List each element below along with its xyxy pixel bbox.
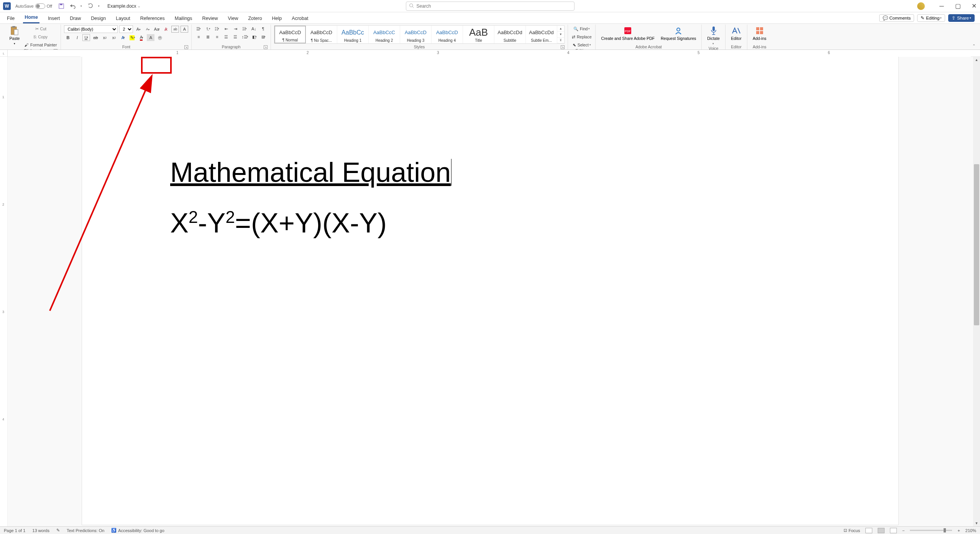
increase-font-button[interactable]: A▴ — [135, 26, 142, 33]
enclose-characters-button[interactable]: ㊕ — [156, 34, 164, 41]
font-size-select[interactable]: 28 — [119, 25, 133, 33]
dialog-launcher-icon[interactable]: ↘ — [184, 45, 188, 49]
zoom-in-button[interactable]: + — [957, 528, 960, 533]
highlight-button[interactable]: ✎▾ — [128, 34, 136, 41]
increase-indent-button[interactable]: ⇥ — [231, 25, 239, 32]
request-signatures-button[interactable]: Request Signatures — [658, 25, 698, 41]
vertical-scrollbar[interactable]: ▲ ▼ — [973, 57, 980, 526]
decrease-indent-button[interactable]: ⇤ — [222, 25, 230, 32]
toggle-icon[interactable] — [35, 3, 45, 9]
editor-button[interactable]: Editor — [729, 25, 744, 41]
create-share-pdf-button[interactable]: PDF Create and Share Adobe PDF — [599, 25, 657, 41]
qat-customize-icon[interactable]: ▾ — [98, 5, 100, 8]
page-count[interactable]: Page 1 of 1 — [4, 528, 25, 533]
style-up-icon[interactable]: ▲ — [557, 26, 564, 31]
undo-button[interactable] — [70, 3, 76, 9]
style-item[interactable]: AaBbCcHeading 1 — [337, 26, 369, 43]
spellcheck-icon[interactable]: ✎ — [56, 528, 60, 533]
bold-button[interactable]: B — [64, 34, 72, 41]
style-item[interactable]: AaBbCcCHeading 2 — [369, 26, 400, 43]
align-center-button[interactable]: ≣ — [204, 33, 212, 40]
dialog-launcher-icon[interactable]: ↘ — [264, 45, 268, 49]
find-button[interactable]: 🔍Find▾ — [571, 25, 593, 32]
multilevel-list-button[interactable]: ☷▾ — [213, 25, 221, 32]
zoom-knob[interactable] — [944, 528, 946, 532]
align-right-button[interactable]: ≡ — [213, 33, 221, 40]
tab-home[interactable]: Home — [23, 12, 39, 23]
select-button[interactable]: ⬉Select▾ — [571, 41, 593, 48]
zoom-out-button[interactable]: − — [902, 528, 904, 533]
zoom-level[interactable]: 210% — [965, 528, 976, 533]
scroll-down-icon[interactable]: ▼ — [973, 520, 980, 526]
style-item[interactable]: AaBbCcD¶ No Spac... — [306, 26, 337, 43]
justify-button[interactable]: ☰ — [222, 33, 230, 40]
redo-button[interactable] — [87, 3, 94, 9]
copy-button[interactable]: ⎘Copy — [24, 33, 57, 40]
document-title[interactable]: Example.docx ⌵ — [107, 3, 140, 9]
replace-button[interactable]: ⇄Replace — [571, 33, 593, 40]
italic-button[interactable]: I — [73, 34, 81, 41]
scroll-thumb[interactable] — [974, 164, 979, 325]
page-scroll[interactable]: Mathematical Equation X2-Y2=(X+Y)(X-Y) — [8, 57, 980, 526]
align-left-button[interactable]: ≡ — [195, 33, 202, 40]
style-item[interactable]: AaBbCcD¶ Normal — [274, 26, 306, 43]
page[interactable]: Mathematical Equation X2-Y2=(X+Y)(X-Y) — [82, 57, 898, 525]
save-button[interactable] — [58, 3, 64, 9]
decrease-font-button[interactable]: A▾ — [144, 26, 151, 33]
subscript-button[interactable]: x2 — [101, 34, 108, 41]
tab-design[interactable]: Design — [89, 13, 107, 23]
tab-insert[interactable]: Insert — [46, 13, 61, 23]
tab-review[interactable]: Review — [201, 13, 220, 23]
tab-help[interactable]: Help — [271, 13, 284, 23]
clear-formatting-button[interactable]: A̷ — [162, 26, 170, 33]
word-count[interactable]: 13 words — [32, 528, 49, 533]
tab-layout[interactable]: Layout — [114, 13, 132, 23]
zoom-slider[interactable] — [910, 530, 952, 531]
document-heading[interactable]: Mathematical Equation — [170, 157, 451, 188]
paste-button[interactable]: Paste▾ — [7, 25, 22, 46]
asian-layout-button[interactable]: ☵▾ — [241, 25, 248, 32]
numbering-button[interactable]: ⒈▾ — [204, 25, 212, 32]
search-input[interactable] — [417, 3, 571, 9]
distributed-button[interactable]: ☰ — [231, 33, 239, 40]
tab-zotero[interactable]: Zotero — [246, 13, 263, 23]
share-button[interactable]: ⇪Share▾ — [948, 14, 975, 22]
text-predictions[interactable]: Text Predictions: On — [67, 528, 104, 533]
dictate-button[interactable]: Dictate▾ — [705, 25, 722, 46]
collapse-ribbon-icon[interactable]: ⌃ — [972, 44, 975, 48]
sort-button[interactable]: A↓ — [250, 25, 258, 32]
tab-mailings[interactable]: Mailings — [173, 13, 194, 23]
tab-file[interactable]: File — [5, 13, 16, 23]
character-border-button[interactable]: A — [181, 26, 188, 33]
style-gallery[interactable]: AaBbCcD¶ NormalAaBbCcD¶ No Spac...AaBbCc… — [274, 25, 565, 44]
undo-dropdown-icon[interactable]: ▾ — [80, 5, 82, 8]
tab-view[interactable]: View — [227, 13, 240, 23]
maximize-button[interactable]: ▢ — [955, 3, 961, 9]
show-marks-button[interactable]: ¶ — [259, 25, 267, 32]
style-more-icon[interactable]: ⊻ — [557, 38, 564, 43]
phonetic-guide-button[interactable]: ab — [171, 26, 179, 33]
change-case-button[interactable]: Aa▾ — [153, 26, 161, 33]
style-item[interactable]: AaBbCcDdSubtitle — [494, 26, 526, 43]
superscript-button[interactable]: x2 — [110, 34, 118, 41]
tab-acrobat[interactable]: Acrobat — [290, 13, 310, 23]
user-avatar[interactable] — [917, 2, 925, 10]
style-down-icon[interactable]: ▼ — [557, 31, 564, 37]
format-painter-button[interactable]: 🖌Format Painter — [24, 41, 57, 48]
font-name-select[interactable]: Calibri (Body) — [64, 25, 118, 33]
style-item[interactable]: AaBTitle — [463, 26, 494, 43]
scroll-up-icon[interactable]: ▲ — [973, 57, 980, 63]
editing-mode-button[interactable]: ✎Editing▾ — [917, 14, 945, 22]
read-mode-button[interactable] — [865, 528, 872, 533]
comments-button[interactable]: 💬Comments — [879, 14, 914, 22]
focus-mode-button[interactable]: ⊡Focus — [844, 528, 860, 533]
search-box[interactable] — [406, 2, 575, 11]
font-color-button[interactable]: A▾ — [138, 34, 145, 41]
dialog-launcher-icon[interactable]: ↘ — [561, 45, 565, 49]
strikethrough-button[interactable]: ab — [92, 34, 99, 41]
print-layout-button[interactable] — [878, 528, 885, 533]
shading-button[interactable]: ◧▾ — [251, 33, 258, 40]
line-spacing-button[interactable]: ↕☰▾ — [241, 33, 249, 40]
ruler-corner[interactable]: L — [0, 50, 8, 57]
close-button[interactable]: ✕ — [971, 3, 977, 9]
